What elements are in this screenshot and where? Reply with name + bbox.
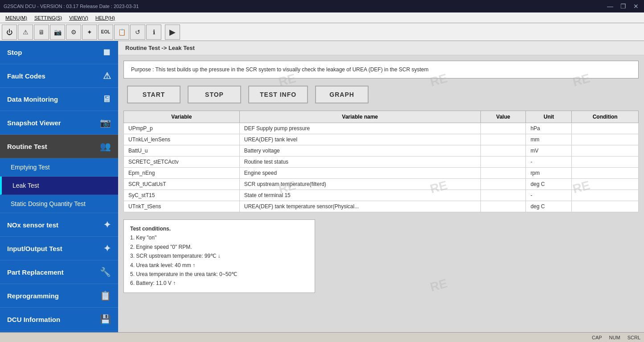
cell-unit-3: -	[526, 157, 572, 168]
sidebar-item-static-dosing[interactable]: Static Dosing Quantity Test	[0, 195, 118, 213]
table-row: SCRETC_stETCActv Routine test status -	[124, 157, 639, 168]
sidebar-leak-test-label: Leak Test	[12, 182, 39, 189]
sidebar-item-leak-test[interactable]: Leak Test	[0, 177, 118, 195]
col-variable-name: Variable name	[239, 111, 480, 123]
cell-variable-name-4: Engine speed	[239, 168, 480, 179]
conditions-lines: 1. Key "on"2. Engine speed "0" RPM.3. SC…	[130, 233, 308, 288]
stop-icon: ⏹	[102, 47, 111, 58]
status-bar: CAP NUM SCRL	[0, 332, 644, 342]
condition-line-4: 5. Urea temperature in the urea tank: 0~…	[130, 270, 308, 279]
stop-button[interactable]: STOP	[188, 86, 241, 103]
cell-variable-5: SCR_tUCatUsT	[124, 179, 240, 190]
table-row: UTnkLvl_lenSens UREA(DEF) tank level mm	[124, 134, 639, 145]
nox-sensor-icon: ✦	[103, 219, 111, 230]
io-test-icon: ✦	[103, 243, 111, 254]
toolbar-camera-button[interactable]: 📷	[50, 25, 65, 40]
toolbar-monitor-button[interactable]: 🖥	[34, 25, 49, 40]
sidebar-part-replacement-label: Part Replacement	[7, 268, 64, 276]
cell-variable-name-6: State of terminal 15	[239, 190, 480, 201]
data-monitoring-icon: 🖥	[102, 94, 111, 104]
condition-line-5: 6. Battery: 11.0 V ↑	[130, 279, 308, 288]
sidebar-data-monitoring-label: Data Monitoring	[7, 95, 58, 103]
condition-line-2: 3. SCR upstream temperature: 99℃ ↓	[130, 251, 308, 260]
sidebar-item-dcu-information[interactable]: DCU Information 💾	[0, 308, 118, 331]
status-scrl: SCRL	[628, 335, 640, 340]
status-cap: CAP	[592, 335, 602, 340]
toolbar-eol-button[interactable]: EOL	[98, 25, 113, 40]
cell-variable-2: BattU_u	[124, 145, 240, 157]
action-buttons: START STOP TEST INFO GRAPH	[123, 86, 639, 103]
cell-variable-name-1: UREA(DEF) tank level	[239, 134, 480, 145]
fault-codes-icon: ⚠	[103, 70, 111, 81]
toolbar-settings-button[interactable]: ⚙	[66, 25, 81, 40]
sidebar-stop-label: Stop	[7, 49, 22, 56]
sidebar-item-eol[interactable]: EOL	[0, 331, 118, 332]
cell-variable-4: Epm_nEng	[124, 168, 240, 179]
cell-value-1	[480, 134, 526, 145]
main-layout: Stop ⏹ Fault Codes ⚠ Data Monitoring 🖥 S…	[0, 41, 644, 332]
toolbar-refresh-button[interactable]: ↺	[130, 25, 145, 40]
sidebar-item-routine-test[interactable]: Routine Test 👥	[0, 135, 118, 158]
cell-unit-6: -	[526, 190, 572, 201]
sidebar: Stop ⏹ Fault Codes ⚠ Data Monitoring 🖥 S…	[0, 41, 118, 332]
menu-help[interactable]: HELP(H)	[92, 14, 119, 21]
cell-condition-7	[572, 201, 639, 212]
cell-unit-5: deg C	[526, 179, 572, 190]
sidebar-item-stop[interactable]: Stop ⏹	[0, 41, 118, 64]
toolbar-power-button[interactable]: ⏻	[2, 25, 17, 40]
sidebar-item-reprogramming[interactable]: Reprogramming 📋	[0, 284, 118, 308]
data-table: Variable Variable name Value Unit Condit…	[123, 111, 639, 212]
toolbar: ⏻ ⚠ 🖥 📷 ⚙ ✦ EOL 📋 ↺ ℹ ▶	[0, 23, 644, 41]
cell-value-5	[480, 179, 526, 190]
start-button[interactable]: START	[127, 86, 180, 103]
cell-value-7	[480, 201, 526, 212]
condition-line-3: 4. Urea tank level: 40 mm ↑	[130, 261, 308, 270]
close-button[interactable]: ✕	[632, 3, 640, 10]
sidebar-item-fault-codes[interactable]: Fault Codes ⚠	[0, 64, 118, 88]
sidebar-snapshot-label: Snapshot Viewer	[7, 119, 61, 127]
cell-value-2	[480, 145, 526, 157]
sidebar-item-data-monitoring[interactable]: Data Monitoring 🖥	[0, 88, 118, 111]
cell-condition-3	[572, 157, 639, 168]
table-row: BattU_u Battery voltage mV	[124, 145, 639, 157]
toolbar-play-button[interactable]: ▶	[165, 25, 180, 40]
sidebar-item-io-test[interactable]: Input/Output Test ✦	[0, 237, 118, 260]
cell-unit-4: rpm	[526, 168, 572, 179]
cell-variable-0: UPmpP_p	[124, 123, 240, 134]
cell-value-0	[480, 123, 526, 134]
sidebar-item-snapshot-viewer[interactable]: Snapshot Viewer 📷	[0, 111, 118, 135]
breadcrumb: Routine Test -> Leak Test	[118, 41, 644, 55]
col-value: Value	[480, 111, 526, 123]
cell-unit-1: mm	[526, 134, 572, 145]
table-row: Epm_nEng Engine speed rpm	[124, 168, 639, 179]
sidebar-emptying-test-label: Emptying Test	[11, 164, 50, 171]
cell-variable-name-3: Routine test status	[239, 157, 480, 168]
sidebar-item-part-replacement[interactable]: Part Replacement 🔧	[0, 260, 118, 284]
toolbar-info-button[interactable]: ℹ	[146, 25, 161, 40]
inner-content: RE RE RE RE RE RE RE Purpose : This test…	[118, 55, 644, 332]
menu-settings[interactable]: SETTING(S)	[31, 14, 66, 21]
sidebar-item-emptying-test[interactable]: Emptying Test	[0, 158, 118, 177]
maximize-button[interactable]: ❐	[619, 3, 628, 10]
col-condition: Condition	[572, 111, 639, 123]
menu-menu[interactable]: MENU(M)	[2, 14, 31, 21]
minimize-button[interactable]: —	[605, 3, 615, 10]
condition-line-1: 2. Engine speed "0" RPM.	[130, 243, 308, 251]
table-row: SyC_stT15 State of terminal 15 -	[124, 190, 639, 201]
part-replacement-icon: 🔧	[100, 267, 111, 277]
col-unit: Unit	[526, 111, 572, 123]
dcu-info-icon: 💾	[100, 314, 111, 325]
reprogramming-icon: 📋	[100, 290, 111, 301]
table-row: UPmpP_p DEF Supply pump pressure hPa	[124, 123, 639, 134]
test-info-button[interactable]: TEST INFO	[248, 86, 308, 103]
toolbar-star-button[interactable]: ✦	[82, 25, 97, 40]
app-title: G2SCAN DCU - VERSION : 03.17 Release Dat…	[4, 4, 139, 9]
cell-variable-3: SCRETC_stETCActv	[124, 157, 240, 168]
toolbar-clipboard-button[interactable]: 📋	[114, 25, 129, 40]
menu-view[interactable]: VIEW(V)	[66, 14, 92, 21]
conditions-title: Test conditions.	[130, 224, 308, 233]
graph-button[interactable]: GRAPH	[315, 86, 369, 103]
toolbar-warning-button[interactable]: ⚠	[18, 25, 33, 40]
sidebar-item-nox-sensor[interactable]: NOx sensor test ✦	[0, 213, 118, 237]
watermark-re-7: RE	[429, 276, 449, 295]
